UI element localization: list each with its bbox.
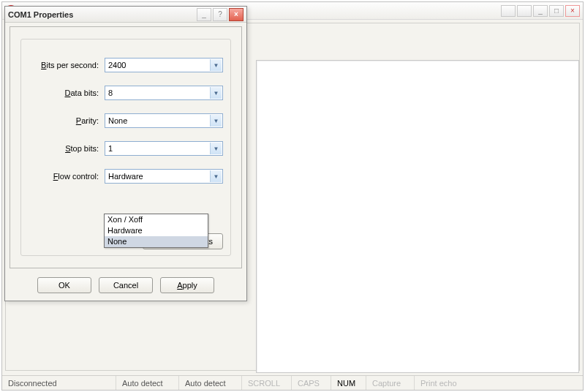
combo-parity-value: None xyxy=(108,116,127,125)
combo-bits-per-second-value: 2400 xyxy=(108,61,126,69)
chevron-down-icon: ▼ xyxy=(210,143,222,154)
combo-flow-control-value: Hardware xyxy=(108,172,143,181)
dialog-title: COM1 Properties xyxy=(8,10,197,19)
dialog-titlebar: COM1 Properties _ ? × xyxy=(5,7,246,23)
chevron-down-icon: ▼ xyxy=(210,170,222,182)
chevron-down-icon: ▼ xyxy=(210,87,222,99)
dialog-close-button[interactable]: × xyxy=(229,8,244,21)
com1-properties-dialog: COM1 Properties _ ? × Port Settings Bits… xyxy=(4,6,247,301)
combo-flow-control[interactable]: Hardware ▼ xyxy=(105,169,223,184)
status-scroll: SCROLL xyxy=(242,376,292,390)
status-print-echo: Print echo xyxy=(415,376,473,390)
apply-button[interactable]: Apply xyxy=(160,277,214,293)
dialog-help-button[interactable]: ? xyxy=(213,8,227,21)
aux-button-2[interactable] xyxy=(517,5,532,17)
status-detect-1: Auto detect xyxy=(116,376,179,390)
row-parity: Parity: None ▼ xyxy=(29,113,223,129)
dialog-button-row: OK Cancel Apply xyxy=(5,277,246,293)
combo-parity[interactable]: None ▼ xyxy=(105,113,223,128)
label-data-bits: Data bits: xyxy=(29,88,105,97)
ok-button[interactable]: OK xyxy=(37,277,91,293)
dialog-minimize-button[interactable]: _ xyxy=(197,8,211,21)
label-parity: Parity: xyxy=(29,116,105,125)
combo-data-bits[interactable]: 8 ▼ xyxy=(105,86,223,100)
minimize-button[interactable]: _ xyxy=(533,5,548,17)
label-flow-control: Flow control: xyxy=(29,172,105,181)
combo-data-bits-value: 8 xyxy=(108,88,113,97)
maximize-button[interactable]: □ xyxy=(549,5,564,17)
status-detect-2: Auto detect xyxy=(179,376,242,390)
label-stop-bits: Stop bits: xyxy=(29,144,105,153)
flow-option-xonxoff[interactable]: Xon / Xoff xyxy=(105,214,208,225)
chevron-down-icon: ▼ xyxy=(210,59,222,71)
row-stop-bits: Stop bits: 1 ▼ xyxy=(29,140,223,157)
status-connection: Disconnected xyxy=(2,376,116,390)
status-num: NUM xyxy=(331,376,366,390)
label-bits-per-second: Bits per second: xyxy=(29,61,105,69)
flow-option-none[interactable]: None xyxy=(105,236,208,247)
row-data-bits: Data bits: 8 ▼ xyxy=(29,85,223,101)
dialog-title-buttons: _ ? × xyxy=(197,8,244,21)
status-caps: CAPS xyxy=(292,376,331,390)
close-button[interactable]: × xyxy=(565,5,580,17)
cancel-button[interactable]: Cancel xyxy=(99,277,153,293)
combo-stop-bits[interactable]: 1 ▼ xyxy=(105,141,223,156)
combo-bits-per-second[interactable]: 2400 ▼ xyxy=(105,58,223,72)
combo-stop-bits-value: 1 xyxy=(108,144,113,153)
chevron-down-icon: ▼ xyxy=(210,115,222,127)
row-flow-control: Flow control: Hardware ▼ xyxy=(29,168,223,184)
status-bar: Disconnected Auto detect Auto detect SCR… xyxy=(2,375,583,390)
status-capture: Capture xyxy=(366,376,415,390)
flow-control-dropdown-list[interactable]: Xon / Xoff Hardware None xyxy=(104,214,208,248)
flow-option-hardware[interactable]: Hardware xyxy=(105,225,208,236)
terminal-area[interactable] xyxy=(256,60,579,373)
row-bits-per-second: Bits per second: 2400 ▼ xyxy=(29,57,223,73)
aux-button-1[interactable] xyxy=(501,5,516,17)
app-title-buttons: _ □ × xyxy=(501,5,580,17)
